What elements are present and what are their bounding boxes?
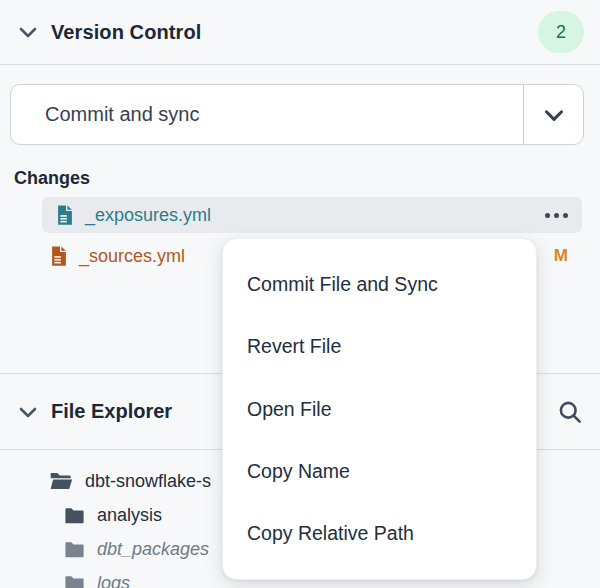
changes-section-label: Changes <box>14 168 90 189</box>
file-context-menu: Commit File and Sync Revert File Open Fi… <box>222 238 537 580</box>
search-icon[interactable] <box>556 398 584 426</box>
commit-action-dropdown[interactable]: Commit and sync <box>10 84 584 145</box>
changed-file-row-exposures[interactable]: _exposures.yml <box>42 197 582 233</box>
chevron-down-icon[interactable] <box>523 85 583 144</box>
tree-item-label: dbt-snowflake-s <box>85 471 211 492</box>
chevron-down-icon[interactable] <box>16 20 40 44</box>
chevron-down-icon[interactable] <box>16 400 40 424</box>
file-explorer-title: File Explorer <box>51 400 172 423</box>
file-document-icon <box>48 245 70 267</box>
changes-count-badge: 2 <box>538 11 584 53</box>
changed-file-name[interactable]: _sources.yml <box>79 246 185 267</box>
changed-file-name[interactable]: _exposures.yml <box>85 205 211 226</box>
more-horizontal-icon[interactable] <box>545 213 568 218</box>
menu-item-open-file[interactable]: Open File <box>223 378 536 440</box>
folder-open-icon <box>48 468 74 494</box>
tree-item-label: logs <box>97 573 130 588</box>
version-control-title: Version Control <box>51 21 201 44</box>
folder-icon <box>63 504 86 527</box>
tree-item-label: analysis <box>97 505 162 526</box>
version-control-header: Version Control 2 <box>0 0 600 65</box>
file-document-icon <box>54 204 76 226</box>
modified-status-badge: M <box>554 246 568 266</box>
menu-item-revert-file[interactable]: Revert File <box>223 315 536 377</box>
commit-action-selected: Commit and sync <box>11 85 523 144</box>
menu-item-commit-file-and-sync[interactable]: Commit File and Sync <box>223 253 536 315</box>
tree-item-label: dbt_packages <box>97 539 209 560</box>
menu-item-copy-relative-path[interactable]: Copy Relative Path <box>223 503 536 565</box>
folder-icon <box>63 572 86 588</box>
menu-item-copy-name[interactable]: Copy Name <box>223 440 536 502</box>
folder-icon <box>63 538 86 561</box>
